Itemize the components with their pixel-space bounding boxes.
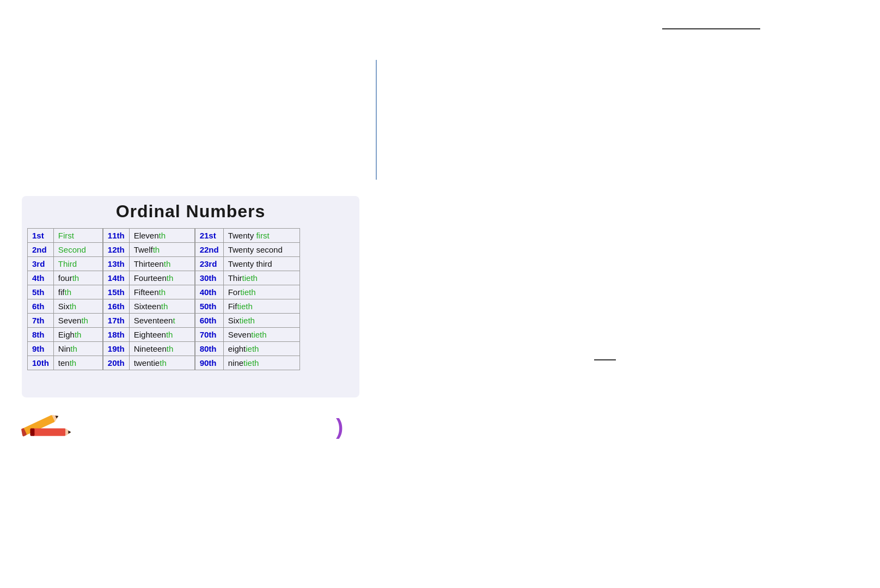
ordinal-word: eightieth [223,342,300,356]
ordinal-word: tenth [53,356,102,370]
ordinal-numbers-card: Ordinal Numbers 1st First 2nd Second 3rd… [22,196,359,397]
ordinal-word: Third [53,257,102,271]
small-dash-decoration [594,359,616,360]
ordinal-num: 2nd [28,243,54,257]
ordinal-word: Seventh [53,314,102,328]
table-row: 13th Thirteenth [103,257,194,271]
ordinal-num: 21st [195,229,223,243]
ordinal-word: Second [53,243,102,257]
table-row: 10th tenth [28,356,103,370]
ordinal-word: Sixteenth [129,299,194,314]
ordinal-num: 22nd [195,243,223,257]
purple-paren-decoration: ) [336,415,343,439]
table-row: 50th Fiftieth [195,299,300,314]
table-row: 1st First [28,229,103,243]
table-row: 14th Fourteenth [103,271,194,285]
svg-rect-11 [33,428,65,436]
ordinal-word: Seventieth [223,328,300,342]
ordinal-word: ninetieth [223,356,300,370]
ordinal-word: Fifteenth [129,285,194,299]
ordinal-word: Ninth [53,342,102,356]
table-row: 18th Eighteenth [103,328,194,342]
card-title: Ordinal Numbers [27,201,354,222]
ordinal-word: Fortieth [223,285,300,299]
ordinal-num: 18th [103,328,129,342]
ordinal-num: 12th [103,243,129,257]
ordinal-word: Eighth [53,328,102,342]
ordinal-num: 5th [28,285,54,299]
top-decoration-line [662,28,760,29]
ordinal-word: First [53,229,102,243]
tables-container: 1st First 2nd Second 3rd Third 4th fourt… [27,228,354,370]
ordinal-num: 60th [195,314,223,328]
ordinal-num: 8th [28,328,54,342]
ordinal-word: Fourteenth [129,271,194,285]
ordinal-word: fourth [53,271,102,285]
table-row: 9th Ninth [28,342,103,356]
ordinal-num: 90th [195,356,223,370]
table-row: 21st Twenty first [195,229,300,243]
table-row: 4th fourth [28,271,103,285]
table-21-plus: 21st Twenty first 22nd Twenty second 23r… [195,228,300,370]
svg-rect-12 [30,428,34,436]
table-row: 90th ninetieth [195,356,300,370]
table-row: 17th Seventeent [103,314,194,328]
ordinal-num: 4th [28,271,54,285]
ordinal-num: 50th [195,299,223,314]
table-row: 8th Eighth [28,328,103,342]
ordinal-num: 9th [28,342,54,356]
ordinal-word: Twenty second [223,243,300,257]
table-row: 16th Sixteenth [103,299,194,314]
table-row: 23rd Twenty third [195,257,300,271]
ordinal-word: Thirteenth [129,257,194,271]
ordinal-word: Nineteenth [129,342,194,356]
table-row: 40th Fortieth [195,285,300,299]
ordinal-word: Fiftieth [223,299,300,314]
ordinal-word: Eleventh [129,229,194,243]
ordinal-word: Sixth [53,299,102,314]
ordinal-num: 16th [103,299,129,314]
ordinal-num: 30th [195,271,223,285]
table-11-20: 11th Eleventh 12th Twelfth 13th Thirteen… [103,228,195,370]
table-row: 60th Sixtieth [195,314,300,328]
vertical-decoration-line [376,60,377,180]
table-row: 3rd Third [28,257,103,271]
ordinal-word: Twenty third [223,257,300,271]
ordinal-word: twentieth [129,356,194,370]
ordinal-word: fifth [53,285,102,299]
ordinal-num: 17th [103,314,129,328]
table-row: 15th Fifteenth [103,285,194,299]
ordinal-word: Seventeent [129,314,194,328]
ordinal-num: 15th [103,285,129,299]
ordinal-num: 23rd [195,257,223,271]
table-row: 22nd Twenty second [195,243,300,257]
ordinal-num: 10th [28,356,54,370]
ordinal-num: 7th [28,314,54,328]
table-row: 20th twentieth [103,356,194,370]
svg-marker-14 [68,431,71,434]
table-row: 5th fifth [28,285,103,299]
ordinal-num: 14th [103,271,129,285]
ordinal-num: 70th [195,328,223,342]
ordinal-num: 6th [28,299,54,314]
ordinal-word: Sixtieth [223,314,300,328]
ordinal-num: 20th [103,356,129,370]
ordinal-word: Twenty first [223,229,300,243]
ordinal-word: Eighteenth [129,328,194,342]
ordinal-num: 13th [103,257,129,271]
ordinal-num: 11th [103,229,129,243]
table-row: 30th Thirtieth [195,271,300,285]
ordinal-word: Twelfth [129,243,194,257]
pencil-bottom-icon [19,406,90,453]
table-row: 80th eightieth [195,342,300,356]
table-row: 6th Sixth [28,299,103,314]
table-row: 19th Nineteenth [103,342,194,356]
table-row: 12th Twelfth [103,243,194,257]
ordinal-num: 1st [28,229,54,243]
ordinal-word: Thirtieth [223,271,300,285]
ordinal-num: 80th [195,342,223,356]
table-row: 11th Eleventh [103,229,194,243]
table-1-10: 1st First 2nd Second 3rd Third 4th fourt… [27,228,103,370]
table-row: 7th Seventh [28,314,103,328]
ordinal-num: 3rd [28,257,54,271]
